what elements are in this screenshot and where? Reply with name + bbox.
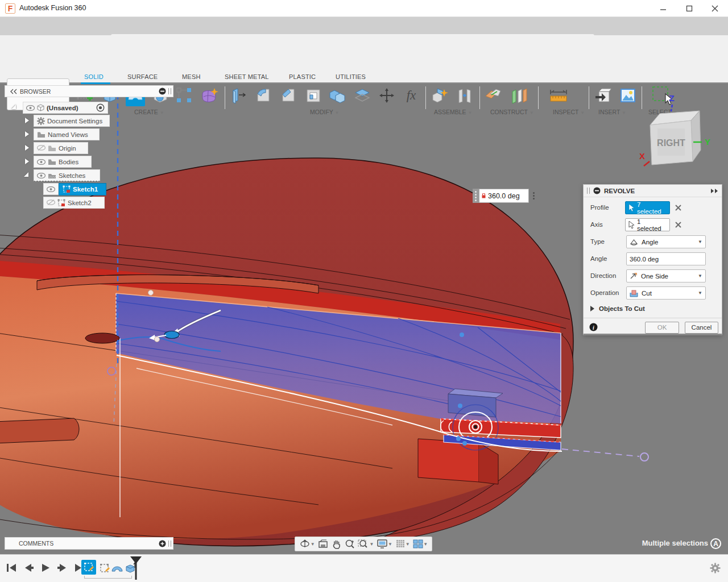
sketch-icon: [63, 185, 71, 193]
tree-expand-bodies[interactable]: [25, 159, 29, 164]
step-forward-button[interactable]: [57, 562, 68, 573]
direction-dropdown[interactable]: One Side ▼: [626, 269, 706, 282]
go-to-start-button[interactable]: [6, 562, 17, 573]
tree-expand-named-views[interactable]: [25, 131, 29, 137]
cut-operation-icon: [630, 289, 638, 297]
visibility-eye-icon[interactable]: [37, 159, 46, 165]
tree-expand-root[interactable]: [11, 105, 16, 109]
timeline-settings-gear-icon[interactable]: [710, 563, 721, 573]
tree-item-sketch2[interactable]: Sketch2: [43, 197, 105, 209]
tab-sheet-metal[interactable]: SHEET METAL: [225, 73, 269, 80]
construction-endpoint[interactable]: [640, 453, 648, 461]
visibility-eye-icon[interactable]: [37, 173, 46, 178]
tab-plastic[interactable]: PLASTIC: [289, 73, 316, 80]
comments-panel-header[interactable]: COMMENTS: [5, 537, 173, 550]
axis-clear-icon[interactable]: [675, 221, 682, 228]
close-icon: [712, 6, 718, 11]
application-bar: Untitled* × + 1 ?: [0, 17, 728, 35]
tree-item-root[interactable]: (Unsaved): [23, 102, 108, 114]
sketch1-visibility[interactable]: [43, 183, 59, 195]
profile-label: Profile: [590, 204, 609, 211]
visibility-off-eye-icon[interactable]: [37, 145, 46, 151]
add-comment-icon[interactable]: [159, 540, 166, 547]
origin-hole[interactable]: [85, 333, 119, 343]
dialog-minus-icon[interactable]: [593, 187, 601, 194]
tree-item-bodies[interactable]: Bodies: [34, 156, 92, 168]
cancel-button[interactable]: Cancel: [685, 322, 718, 334]
browser-panel-header[interactable]: BROWSER: [5, 85, 173, 97]
tree-item-named-views[interactable]: Named Views: [34, 128, 100, 140]
profile-select-button[interactable]: 7 selected: [625, 201, 670, 214]
close-button[interactable]: [702, 0, 728, 17]
play-button[interactable]: [40, 562, 51, 573]
viewcube-axis-y[interactable]: Y: [705, 137, 710, 147]
comments-title: COMMENTS: [19, 540, 53, 547]
collapse-panel-icon[interactable]: [10, 89, 18, 94]
tab-solid[interactable]: SOLID: [84, 73, 104, 80]
tab-utilities[interactable]: UTILITIES: [336, 73, 366, 80]
axis-select-button[interactable]: 1 selected: [625, 218, 670, 231]
viewcube-axis-x[interactable]: X: [639, 151, 645, 161]
angle-type-icon: [630, 239, 638, 246]
objects-to-cut-expander[interactable]: Objects To Cut: [590, 305, 645, 312]
tree-expand-origin[interactable]: [25, 145, 29, 151]
grid-layout-button[interactable]: ▼: [396, 539, 410, 548]
badge-letter: A: [713, 540, 718, 548]
display-settings-button[interactable]: ▼: [377, 539, 392, 548]
revolve-dialog-header[interactable]: REVOLVE: [584, 185, 722, 197]
tab-mesh[interactable]: MESH: [182, 73, 201, 80]
visibility-eye-icon[interactable]: [47, 186, 55, 192]
angle-options-button[interactable]: [529, 189, 539, 203]
folder-icon: [48, 172, 56, 179]
drag-handle[interactable]: [473, 189, 479, 203]
comments-grip[interactable]: [168, 541, 171, 547]
tree-expand-doc-settings[interactable]: [25, 118, 29, 123]
maximize-button[interactable]: [676, 0, 702, 17]
panel-minus-icon[interactable]: [159, 88, 166, 95]
viewcube-axis-z[interactable]: Z: [669, 93, 674, 103]
profile-clear-icon[interactable]: [675, 204, 682, 211]
type-dropdown[interactable]: Angle ▼: [626, 235, 706, 248]
visibility-off-eye-icon[interactable]: [47, 199, 55, 206]
tree-item-origin[interactable]: Origin: [34, 142, 88, 154]
tree-expand-sketches[interactable]: [24, 172, 28, 177]
viewcube[interactable]: RIGHT Z Y X: [636, 92, 721, 174]
construction-line[interactable]: [562, 449, 639, 456]
panel-grip[interactable]: [168, 88, 171, 94]
operation-dropdown[interactable]: Cut ▼: [626, 286, 706, 300]
tree-item-sketches[interactable]: Sketches: [34, 169, 100, 181]
visibility-eye-icon[interactable]: [26, 105, 35, 111]
angle-input-field[interactable]: 360.0 deg: [626, 252, 706, 265]
angle-value-input[interactable]: 360.0 deg: [479, 189, 529, 203]
step-back-button[interactable]: [23, 562, 34, 573]
inner-prism[interactable]: [448, 389, 503, 417]
zoom-button[interactable]: [345, 539, 355, 549]
viewcube-face-label[interactable]: RIGHT: [657, 138, 685, 148]
look-at-button[interactable]: [318, 539, 328, 548]
orbit-button[interactable]: ▼: [299, 539, 315, 549]
direction-label: Direction: [590, 272, 616, 279]
info-icon[interactable]: i: [589, 323, 598, 331]
dialog-grip[interactable]: [587, 188, 590, 194]
fusion-360-window: F Autodesk Fusion 360 Untitled* × +: [0, 0, 728, 582]
ok-button[interactable]: OK: [645, 322, 679, 334]
tree-item-sketch1-selected[interactable]: Sketch1: [59, 183, 106, 196]
minimize-button[interactable]: [650, 0, 676, 17]
cut-step-block[interactable]: [418, 439, 479, 482]
angle-value-text: 360.0 deg: [488, 192, 520, 200]
tab-surface[interactable]: SURFACE: [127, 73, 158, 80]
root-document-label: (Unsaved): [47, 105, 78, 111]
zoom-window-button[interactable]: ▼: [358, 539, 374, 549]
step-feature[interactable]: [0, 418, 79, 443]
expand-dialog-icon[interactable]: [710, 188, 718, 194]
selection-set-badge[interactable]: A: [710, 538, 721, 549]
viewports-button[interactable]: ▼: [413, 539, 428, 548]
tree-item-document-settings[interactable]: Document Settings: [34, 115, 110, 127]
window-title: Autodesk Fusion 360: [19, 4, 86, 12]
profile-value: 7 selected: [637, 201, 667, 215]
lock-icon: [482, 193, 486, 198]
activate-component-radio[interactable]: [96, 103, 105, 112]
pan-button[interactable]: [332, 539, 341, 549]
timeline-feature-sketch1[interactable]: [81, 560, 96, 575]
gear-icon: [37, 117, 45, 125]
